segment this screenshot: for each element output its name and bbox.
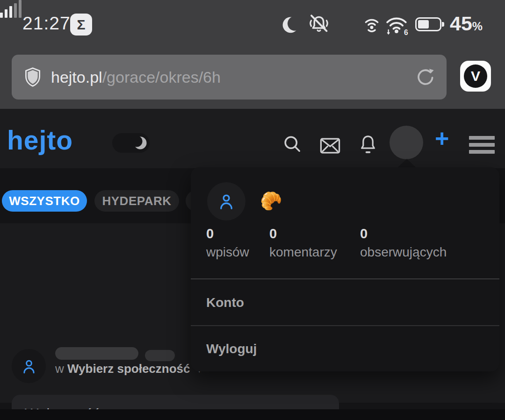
username-croissant-emoji: 🥐 (260, 191, 282, 211)
status-clock: 21:27 (22, 13, 71, 34)
dropdown-caret (397, 159, 416, 168)
browser-chrome: 21:27 Σ 6 45% (0, 0, 505, 109)
stat-followers: 0 obserwujących (360, 226, 447, 260)
user-avatar[interactable] (390, 126, 423, 159)
page-bottom-strip (0, 409, 505, 420)
do-not-disturb-moon-icon (281, 14, 302, 36)
stat-posts: 0 wpisów (206, 226, 249, 260)
reload-icon[interactable] (415, 66, 436, 88)
battery-percent: 45% (450, 12, 483, 35)
community-prefix: w (55, 362, 64, 376)
username-skeleton-small (145, 350, 175, 361)
site-security-shield-icon (22, 66, 43, 88)
site-header: hejto + (0, 109, 505, 168)
dark-mode-toggle[interactable] (112, 133, 150, 153)
person-icon (20, 357, 38, 375)
vivaldi-browser-button[interactable]: V (460, 61, 491, 92)
svg-text:6: 6 (404, 28, 408, 36)
menu-item-konto[interactable]: Konto (191, 279, 499, 326)
stat-comments: 0 komentarzy (269, 226, 337, 260)
url-text[interactable]: hejto.pl/gorace/okres/6h (51, 68, 415, 86)
vivaldi-logo-icon: V (464, 64, 487, 88)
profile-dropdown-menu: 🥐 0 wpisów 0 komentarzy 0 obserwujących … (191, 167, 499, 371)
composer-avatar (12, 349, 46, 383)
hamburger-menu-icon[interactable] (469, 136, 495, 157)
menu-item-wyloguj[interactable]: Wyloguj (191, 326, 499, 372)
phone-screen: 21:27 Σ 6 45% (0, 0, 505, 420)
sigma-notification-icon: Σ (70, 14, 92, 36)
wifi-6-icon: 6 (384, 12, 410, 37)
search-icon[interactable] (282, 134, 303, 154)
wifi-calling-icon (361, 14, 382, 36)
tab-hydepark[interactable]: HYDEPARK (94, 190, 179, 212)
moon-knob-icon (131, 135, 148, 151)
battery-icon (415, 17, 441, 31)
hejto-logo[interactable]: hejto (7, 125, 73, 156)
notifications-bell-icon[interactable] (357, 132, 379, 157)
community-name: Wybierz społeczność (67, 362, 190, 376)
messages-envelope-icon[interactable] (317, 135, 343, 157)
alarm-muted-icon (307, 12, 331, 36)
new-post-plus-button[interactable]: + (435, 125, 449, 152)
tab-wszystko[interactable]: WSZYSTKO (2, 190, 87, 212)
webpage: hejto + WSZYSTKO H (0, 109, 505, 420)
username-skeleton (55, 347, 138, 360)
community-selector-inline[interactable]: w Wybierz społeczność ▾ (55, 362, 202, 376)
person-icon (216, 192, 236, 211)
dropdown-avatar (207, 182, 245, 221)
url-bar[interactable]: hejto.pl/gorace/okres/6h (12, 55, 447, 100)
